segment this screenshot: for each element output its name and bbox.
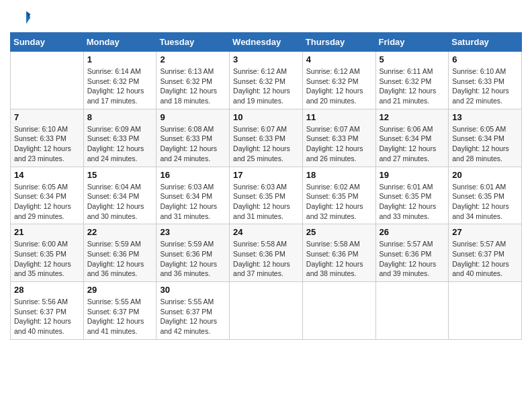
day-number: 24 — [233, 227, 299, 237]
day-info: Sunrise: 6:03 AMSunset: 6:35 PMDaylight:… — [233, 182, 299, 222]
daylight-text: Daylight: 12 hours and 17 minutes. — [87, 86, 153, 105]
sunrise-text: Sunrise: 5:55 AM — [160, 297, 226, 307]
daylight-text: Daylight: 12 hours and 40 minutes. — [14, 316, 80, 336]
day-info: Sunrise: 5:59 AMSunset: 6:36 PMDaylight:… — [160, 239, 226, 279]
sunset-text: Sunset: 6:34 PM — [160, 191, 226, 201]
sunrise-text: Sunrise: 6:04 AM — [87, 182, 153, 192]
daylight-text: Daylight: 12 hours and 30 minutes. — [87, 201, 153, 221]
sunset-text: Sunset: 6:35 PM — [14, 249, 80, 259]
day-info: Sunrise: 5:57 AMSunset: 6:37 PMDaylight:… — [452, 239, 518, 279]
sunrise-text: Sunrise: 6:13 AM — [160, 66, 226, 77]
sunrise-text: Sunrise: 5:58 AM — [306, 239, 372, 249]
day-number: 13 — [452, 112, 518, 122]
day-info: Sunrise: 5:58 AMSunset: 6:36 PMDaylight:… — [233, 239, 299, 279]
daylight-text: Daylight: 12 hours and 18 minutes. — [160, 86, 226, 105]
calendar-cell: 16Sunrise: 6:03 AMSunset: 6:34 PMDayligh… — [157, 167, 230, 224]
daylight-text: Daylight: 12 hours and 22 minutes. — [452, 86, 518, 105]
calendar-cell: 20Sunrise: 6:01 AMSunset: 6:35 PMDayligh… — [449, 167, 522, 224]
weekday-header-friday: Friday — [375, 33, 449, 52]
weekday-header-tuesday: Tuesday — [157, 33, 230, 52]
calendar-cell: 10Sunrise: 6:07 AMSunset: 6:33 PMDayligh… — [230, 109, 303, 167]
day-number: 17 — [233, 170, 299, 180]
calendar-cell: 9Sunrise: 6:08 AMSunset: 6:33 PMDaylight… — [157, 109, 230, 167]
daylight-text: Daylight: 12 hours and 31 minutes. — [233, 201, 299, 221]
day-info: Sunrise: 6:08 AMSunset: 6:33 PMDaylight:… — [160, 124, 226, 164]
calendar-cell: 1Sunrise: 6:14 AMSunset: 6:32 PMDaylight… — [83, 52, 157, 109]
daylight-text: Daylight: 12 hours and 23 minutes. — [14, 144, 80, 163]
sunset-text: Sunset: 6:32 PM — [233, 77, 299, 87]
sunrise-text: Sunrise: 6:07 AM — [233, 124, 299, 134]
day-number: 26 — [380, 227, 445, 237]
weekday-header-row: SundayMondayTuesdayWednesdayThursdayFrid… — [11, 33, 522, 52]
sunset-text: Sunset: 6:33 PM — [452, 77, 518, 87]
daylight-text: Daylight: 12 hours and 29 minutes. — [14, 201, 80, 221]
day-number: 20 — [452, 170, 518, 180]
calendar-week-1: 1Sunrise: 6:14 AMSunset: 6:32 PMDaylight… — [11, 52, 522, 109]
day-number: 29 — [87, 285, 153, 295]
sunset-text: Sunset: 6:33 PM — [233, 134, 299, 144]
daylight-text: Daylight: 12 hours and 33 minutes. — [380, 201, 445, 221]
sunset-text: Sunset: 6:36 PM — [233, 249, 299, 259]
daylight-text: Daylight: 12 hours and 35 minutes. — [14, 259, 80, 279]
weekday-header-wednesday: Wednesday — [230, 33, 303, 52]
day-info: Sunrise: 6:01 AMSunset: 6:35 PMDaylight:… — [452, 182, 518, 222]
logo-icon — [10, 7, 32, 28]
day-number: 15 — [87, 170, 153, 180]
day-info: Sunrise: 6:05 AMSunset: 6:34 PMDaylight:… — [14, 182, 80, 222]
daylight-text: Daylight: 12 hours and 32 minutes. — [306, 201, 372, 221]
daylight-text: Daylight: 12 hours and 25 minutes. — [233, 144, 299, 163]
calendar-cell — [11, 52, 84, 109]
sunrise-text: Sunrise: 6:05 AM — [452, 124, 518, 134]
sunrise-text: Sunrise: 6:09 AM — [87, 124, 153, 134]
calendar-cell: 24Sunrise: 5:58 AMSunset: 6:36 PMDayligh… — [230, 224, 303, 282]
calendar-cell: 21Sunrise: 6:00 AMSunset: 6:35 PMDayligh… — [11, 224, 84, 282]
day-number: 8 — [87, 112, 153, 122]
calendar-cell: 27Sunrise: 5:57 AMSunset: 6:37 PMDayligh… — [449, 224, 522, 282]
sunset-text: Sunset: 6:36 PM — [380, 249, 445, 259]
calendar-cell: 28Sunrise: 5:56 AMSunset: 6:37 PMDayligh… — [11, 282, 84, 340]
sunset-text: Sunset: 6:35 PM — [306, 191, 372, 201]
calendar-cell — [302, 282, 375, 340]
day-number: 12 — [380, 112, 445, 122]
calendar-week-2: 7Sunrise: 6:10 AMSunset: 6:33 PMDaylight… — [11, 109, 522, 167]
sunrise-text: Sunrise: 6:06 AM — [380, 124, 445, 134]
day-info: Sunrise: 6:07 AMSunset: 6:33 PMDaylight:… — [233, 124, 299, 164]
sunset-text: Sunset: 6:34 PM — [380, 134, 445, 144]
sunrise-text: Sunrise: 5:59 AM — [87, 239, 153, 249]
daylight-text: Daylight: 12 hours and 31 minutes. — [160, 201, 226, 221]
daylight-text: Daylight: 12 hours and 27 minutes. — [380, 144, 445, 163]
sunset-text: Sunset: 6:33 PM — [14, 134, 80, 144]
sunset-text: Sunset: 6:33 PM — [160, 134, 226, 144]
daylight-text: Daylight: 12 hours and 34 minutes. — [452, 201, 518, 221]
calendar-cell: 11Sunrise: 6:07 AMSunset: 6:33 PMDayligh… — [302, 109, 375, 167]
day-info: Sunrise: 6:07 AMSunset: 6:33 PMDaylight:… — [306, 124, 372, 164]
day-info: Sunrise: 6:06 AMSunset: 6:34 PMDaylight:… — [380, 124, 445, 164]
sunset-text: Sunset: 6:32 PM — [380, 77, 445, 87]
daylight-text: Daylight: 12 hours and 36 minutes. — [87, 259, 153, 279]
calendar-cell: 6Sunrise: 6:10 AMSunset: 6:33 PMDaylight… — [449, 52, 522, 109]
sunset-text: Sunset: 6:37 PM — [160, 307, 226, 317]
calendar-cell: 15Sunrise: 6:04 AMSunset: 6:34 PMDayligh… — [83, 167, 157, 224]
calendar-cell — [375, 282, 449, 340]
daylight-text: Daylight: 12 hours and 39 minutes. — [380, 259, 445, 279]
sunrise-text: Sunrise: 6:03 AM — [233, 182, 299, 192]
day-info: Sunrise: 6:00 AMSunset: 6:35 PMDaylight:… — [14, 239, 80, 279]
day-number: 5 — [380, 54, 445, 64]
sunset-text: Sunset: 6:34 PM — [87, 191, 153, 201]
header — [10, 7, 522, 28]
sunset-text: Sunset: 6:34 PM — [14, 191, 80, 201]
calendar-cell: 13Sunrise: 6:05 AMSunset: 6:34 PMDayligh… — [449, 109, 522, 167]
weekday-header-saturday: Saturday — [449, 33, 522, 52]
day-number: 2 — [160, 54, 226, 64]
logo — [10, 7, 34, 28]
day-info: Sunrise: 6:09 AMSunset: 6:33 PMDaylight:… — [87, 124, 153, 164]
daylight-text: Daylight: 12 hours and 21 minutes. — [380, 86, 445, 105]
daylight-text: Daylight: 12 hours and 41 minutes. — [87, 316, 153, 336]
day-number: 1 — [87, 54, 153, 64]
calendar-week-4: 21Sunrise: 6:00 AMSunset: 6:35 PMDayligh… — [11, 224, 522, 282]
daylight-text: Daylight: 12 hours and 24 minutes. — [87, 144, 153, 163]
sunrise-text: Sunrise: 6:12 AM — [233, 66, 299, 77]
day-number: 4 — [306, 54, 372, 64]
day-info: Sunrise: 6:02 AMSunset: 6:35 PMDaylight:… — [306, 182, 372, 222]
day-number: 28 — [14, 285, 80, 295]
